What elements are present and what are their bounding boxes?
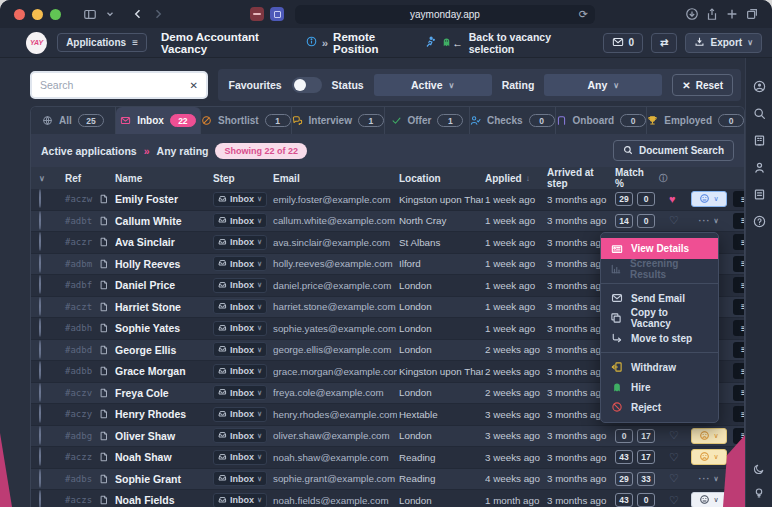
forward-icon[interactable] xyxy=(148,4,168,24)
step-dropdown[interactable]: Inbox∨ xyxy=(213,213,267,228)
applicant-name[interactable]: Sophie Grant xyxy=(115,473,211,485)
export-button[interactable]: Export ∨ xyxy=(685,33,762,53)
document-icon[interactable] xyxy=(99,280,113,290)
document-icon[interactable] xyxy=(99,452,113,462)
row-actions-button[interactable]: ≡∨ xyxy=(733,256,744,272)
applicant-email[interactable]: sophie.yates@example.com xyxy=(273,323,397,334)
applicant-name[interactable]: Daniel Price xyxy=(115,279,211,291)
person-icon[interactable] xyxy=(753,161,766,174)
applicant-email[interactable]: george.ellis@example.com xyxy=(273,344,397,355)
table-row[interactable]: #adbtCallum WhiteInbox∨callum.white@exam… xyxy=(31,211,744,233)
step-dropdown[interactable]: Inbox∨ xyxy=(213,321,267,336)
share-icon[interactable] xyxy=(702,4,722,24)
step-dropdown[interactable]: Inbox∨ xyxy=(213,192,267,207)
bulb-icon[interactable] xyxy=(753,487,765,499)
applicant-email[interactable]: freya.cole@example.com xyxy=(273,387,397,398)
rating-dropdown[interactable]: ···∨ xyxy=(691,471,727,487)
sidebar-toggle-icon[interactable] xyxy=(80,4,100,24)
row-actions-button[interactable]: ≡∨ xyxy=(733,191,744,207)
applications-button[interactable]: Applications ≡ xyxy=(57,33,147,52)
header-location[interactable]: Location xyxy=(399,173,483,184)
tab-interview[interactable]: Interview1 xyxy=(292,107,385,134)
runner-icon[interactable] xyxy=(424,36,436,50)
search-input[interactable] xyxy=(40,79,190,91)
chevron-down-icon[interactable] xyxy=(100,4,120,24)
document-icon[interactable] xyxy=(99,409,113,419)
favourite-heart-icon[interactable]: ♡ xyxy=(669,473,689,484)
tab-employed[interactable]: Employed0 xyxy=(647,107,744,134)
new-tab-icon[interactable] xyxy=(722,4,742,24)
extension-adblock-icon[interactable] xyxy=(250,7,264,21)
document-icon[interactable] xyxy=(99,302,113,312)
row-checkbox[interactable] xyxy=(39,275,41,294)
favourite-heart-icon[interactable]: ♡ xyxy=(669,215,689,226)
row-checkbox[interactable] xyxy=(39,490,41,507)
document-icon[interactable] xyxy=(99,495,113,505)
account-icon[interactable] xyxy=(753,80,766,93)
tab-onboard[interactable]: Onboard0 xyxy=(556,107,648,134)
row-actions-button[interactable]: ≡∨ xyxy=(733,342,744,358)
rating-dropdown[interactable]: ∨ xyxy=(691,492,727,507)
extension-tabs-icon[interactable] xyxy=(270,7,284,21)
rating-select[interactable]: Any ∨ xyxy=(544,74,662,96)
magnifier-icon[interactable] xyxy=(753,107,766,120)
reload-icon[interactable]: ⟳ xyxy=(579,8,588,21)
document-icon[interactable] xyxy=(99,237,113,247)
row-checkbox[interactable] xyxy=(39,361,41,380)
minimize-window-button[interactable] xyxy=(32,9,43,20)
header-step[interactable]: Step xyxy=(213,173,271,184)
row-checkbox[interactable] xyxy=(39,211,41,230)
applicant-email[interactable]: noah.fields@example.com xyxy=(273,495,397,506)
row-actions-button[interactable]: ≡∨ xyxy=(733,213,744,229)
applicant-email[interactable]: emily.foster@example.com xyxy=(273,194,397,205)
step-dropdown[interactable]: Inbox∨ xyxy=(213,450,267,465)
back-to-vacancy-link[interactable]: ← Back to vacancy selection xyxy=(452,31,586,55)
search-box[interactable]: ✕ xyxy=(30,71,208,99)
menu-item-move-to-step[interactable]: Move to step xyxy=(601,328,718,348)
step-dropdown[interactable]: Inbox∨ xyxy=(213,299,267,314)
applicant-email[interactable]: sophie.grant@example.com xyxy=(273,473,397,484)
document-icon[interactable] xyxy=(99,431,113,441)
tab-shortlist[interactable]: Shortlist1 xyxy=(201,107,292,134)
clear-search-icon[interactable]: ✕ xyxy=(190,80,198,91)
table-row[interactable]: #aczzNoah ShawInbox∨noah.shaw@example.co… xyxy=(31,447,744,469)
row-actions-button[interactable]: ≡∨ xyxy=(733,320,744,336)
applicant-name[interactable]: Harriet Stone xyxy=(115,301,211,313)
tab-offer[interactable]: Offer1 xyxy=(385,107,470,134)
row-checkbox[interactable] xyxy=(39,340,41,359)
document-icon[interactable] xyxy=(99,474,113,484)
header-arrived[interactable]: Arrived at step xyxy=(547,167,613,189)
header-email[interactable]: Email xyxy=(273,173,397,184)
mail-button[interactable]: 0 xyxy=(603,33,644,53)
step-dropdown[interactable]: Inbox∨ xyxy=(213,493,267,507)
rating-dropdown[interactable]: ∨ xyxy=(691,428,727,444)
zoom-window-button[interactable] xyxy=(50,9,61,20)
applicant-email[interactable]: oliver.shaw@example.com xyxy=(273,430,397,441)
header-match[interactable]: Match %ⓘ xyxy=(615,167,667,189)
tab-overview-icon[interactable] xyxy=(742,4,762,24)
table-row[interactable]: #adbgOliver ShawInbox∨oliver.shaw@exampl… xyxy=(31,426,744,448)
step-dropdown[interactable]: Inbox∨ xyxy=(213,407,267,422)
tab-inbox[interactable]: Inbox22 xyxy=(116,107,201,134)
favourites-toggle[interactable] xyxy=(292,77,322,93)
applicant-name[interactable]: Grace Morgan xyxy=(115,365,211,377)
table-row[interactable]: #aczwEmily FosterInbox∨emily.foster@exam… xyxy=(31,189,744,211)
status-select[interactable]: Active ∨ xyxy=(374,74,492,96)
step-dropdown[interactable]: Inbox∨ xyxy=(213,235,267,250)
applicant-name[interactable]: Emily Foster xyxy=(115,193,211,205)
favourite-heart-icon[interactable]: ♡ xyxy=(669,430,689,441)
applicant-email[interactable]: ava.sinclair@example.com xyxy=(273,237,397,248)
applicant-email[interactable]: grace.morgan@example.com xyxy=(273,366,397,377)
row-checkbox[interactable] xyxy=(39,254,41,273)
modules-icon[interactable] xyxy=(753,134,766,147)
step-dropdown[interactable]: Inbox∨ xyxy=(213,278,267,293)
applicant-email[interactable]: callum.white@example.com xyxy=(273,215,397,226)
header-ref[interactable]: Ref xyxy=(65,173,97,184)
row-checkbox[interactable] xyxy=(39,383,41,402)
address-bar[interactable]: yaymonday.app ⟳ xyxy=(295,5,595,24)
tab-all[interactable]: All25 xyxy=(31,107,116,134)
favourite-heart-icon[interactable]: ♥ xyxy=(669,194,689,205)
step-dropdown[interactable]: Inbox∨ xyxy=(213,256,267,271)
applicant-name[interactable]: George Ellis xyxy=(115,344,211,356)
document-icon[interactable] xyxy=(99,366,113,376)
